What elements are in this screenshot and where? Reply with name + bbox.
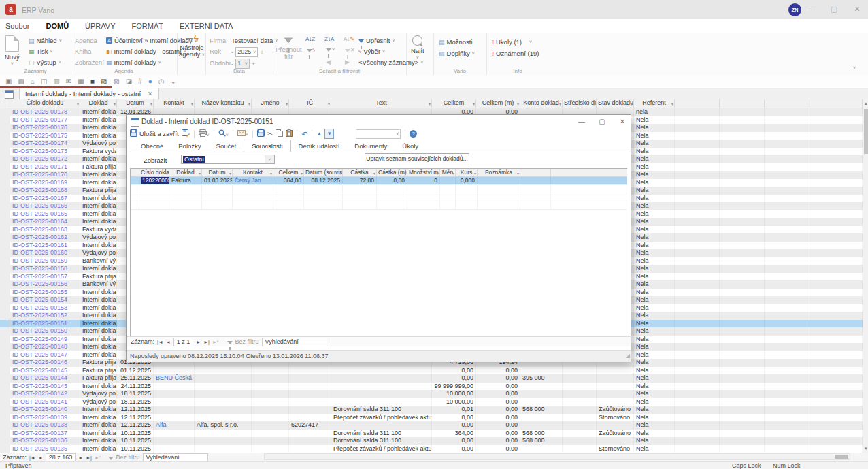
- cell[interactable]: 10.11.2025: [117, 445, 154, 453]
- cell[interactable]: [597, 374, 634, 383]
- cell[interactable]: [331, 383, 432, 391]
- cell[interactable]: [809, 218, 863, 226]
- cell[interactable]: [720, 257, 765, 265]
- row-selector[interactable]: [0, 280, 10, 289]
- cell[interactable]: Nela: [634, 421, 675, 430]
- cell[interactable]: Interní doklad: [80, 430, 117, 438]
- cell[interactable]: [720, 179, 765, 187]
- cell[interactable]: ID-OST-2025-00147: [10, 351, 80, 359]
- next-record-icon[interactable]: ►: [196, 340, 201, 344]
- print-dropdown[interactable]: ˅: [199, 129, 210, 138]
- cell[interactable]: Výdajový poklad: [80, 233, 117, 242]
- edit-related-documents-button[interactable]: Upravit seznam souvisejících dokladů...: [365, 153, 469, 165]
- cell[interactable]: Dorovnání salda 311 100: [331, 437, 432, 445]
- row-selector[interactable]: [0, 296, 10, 304]
- cell[interactable]: Nela: [634, 359, 675, 367]
- cell[interactable]: [809, 296, 863, 304]
- cell[interactable]: [597, 421, 634, 430]
- cell[interactable]: 62027417: [289, 421, 331, 430]
- cell[interactable]: [765, 155, 809, 163]
- cell[interactable]: [675, 351, 720, 359]
- cell[interactable]: [720, 163, 765, 172]
- column-header[interactable]: Stav dokladu▾: [597, 99, 634, 108]
- cell[interactable]: Interní doklad: [80, 179, 117, 187]
- cell[interactable]: nela: [634, 108, 675, 116]
- cell[interactable]: Faktura vydaná: [80, 226, 117, 234]
- cell[interactable]: [720, 233, 765, 242]
- cell[interactable]: ID-OST-2025-00139: [10, 414, 80, 422]
- row-selector[interactable]: [0, 289, 10, 297]
- cell[interactable]: [675, 320, 720, 328]
- cell[interactable]: Interní doklad: [80, 406, 117, 414]
- cell[interactable]: [675, 140, 720, 148]
- cell[interactable]: Dorovnání salda 311 100: [331, 406, 432, 414]
- scroll-down-icon[interactable]: ▼: [863, 446, 868, 451]
- cell[interactable]: [720, 406, 765, 414]
- row-selector[interactable]: [0, 218, 10, 226]
- cell[interactable]: [720, 398, 765, 406]
- cell[interactable]: [720, 202, 765, 210]
- cell[interactable]: [675, 430, 720, 438]
- scroll-thumb[interactable]: [864, 109, 868, 154]
- cell[interactable]: Alfa: [154, 421, 195, 430]
- cell[interactable]: [675, 218, 720, 226]
- row-selector[interactable]: [0, 233, 10, 242]
- cell[interactable]: [289, 398, 331, 406]
- cell[interactable]: Nela: [634, 406, 675, 414]
- cell[interactable]: Interní doklad: [80, 296, 117, 304]
- undo-button[interactable]: ↶: [301, 131, 307, 138]
- paste-icon[interactable]: [286, 129, 293, 138]
- column-header[interactable]: Kontakt▾: [233, 169, 273, 176]
- cell[interactable]: [331, 367, 432, 375]
- close-button[interactable]: ✕: [852, 5, 863, 14]
- cell[interactable]: [809, 351, 863, 359]
- show-combobox[interactable]: Ostatní ˅: [181, 155, 275, 164]
- cell[interactable]: [720, 249, 765, 257]
- cell[interactable]: [252, 406, 289, 414]
- cell[interactable]: [720, 383, 765, 391]
- cell[interactable]: 0,00: [476, 421, 520, 430]
- cell[interactable]: [675, 155, 720, 163]
- cell[interactable]: Interní doklad: [80, 265, 117, 273]
- row-selector[interactable]: [0, 445, 10, 453]
- cell[interactable]: [765, 226, 809, 234]
- cell[interactable]: ID-OST-2025-00175: [10, 132, 80, 140]
- column-header[interactable]: Částka (m)▾: [377, 169, 407, 176]
- cell[interactable]: [252, 437, 289, 445]
- menu-domu[interactable]: DOMŮ: [46, 22, 69, 30]
- cell[interactable]: [195, 374, 252, 383]
- cell[interactable]: Faktura přijatá: [80, 163, 117, 172]
- cell[interactable]: [520, 445, 563, 453]
- cell[interactable]: [809, 398, 863, 406]
- cell[interactable]: [765, 257, 809, 265]
- cell[interactable]: [331, 421, 432, 430]
- collapse-ribbon-button[interactable]: ˅: [853, 65, 856, 70]
- mail-icon[interactable]: ✉: [66, 76, 71, 87]
- cell[interactable]: 364,00: [273, 177, 304, 184]
- cell[interactable]: [195, 430, 252, 438]
- table-row[interactable]: ID-OST-2025-00141Výdajový poklad18.11.20…: [0, 398, 863, 406]
- cell[interactable]: Interní doklad: [80, 210, 117, 219]
- scroll-thumb[interactable]: [835, 455, 848, 459]
- cell[interactable]: 0,00: [432, 437, 476, 445]
- save-record-icon[interactable]: [182, 129, 190, 138]
- cell[interactable]: [597, 383, 634, 391]
- cell[interactable]: 12.11.2025: [117, 421, 154, 430]
- cell[interactable]: [765, 336, 809, 344]
- cell[interactable]: [675, 383, 720, 391]
- row-selector[interactable]: [0, 359, 10, 367]
- table-row[interactable]: ID-OST-2025-00140Interní doklad12.11.202…: [0, 406, 863, 414]
- cell[interactable]: [809, 187, 863, 195]
- row-selector[interactable]: [0, 374, 10, 383]
- catalog-icon[interactable]: ◫: [41, 76, 47, 87]
- cell[interactable]: [563, 406, 597, 414]
- cell[interactable]: [597, 398, 634, 406]
- cell[interactable]: Interní doklad: [80, 437, 117, 445]
- cell[interactable]: [720, 336, 765, 344]
- cell[interactable]: Nela: [634, 148, 675, 156]
- resize-grip[interactable]: ◢: [626, 351, 630, 361]
- cell[interactable]: ID-OST-2025-00159: [10, 257, 80, 265]
- cell[interactable]: ID-OST-2025-00171: [10, 163, 80, 172]
- cell[interactable]: [765, 430, 809, 438]
- cell[interactable]: [765, 116, 809, 125]
